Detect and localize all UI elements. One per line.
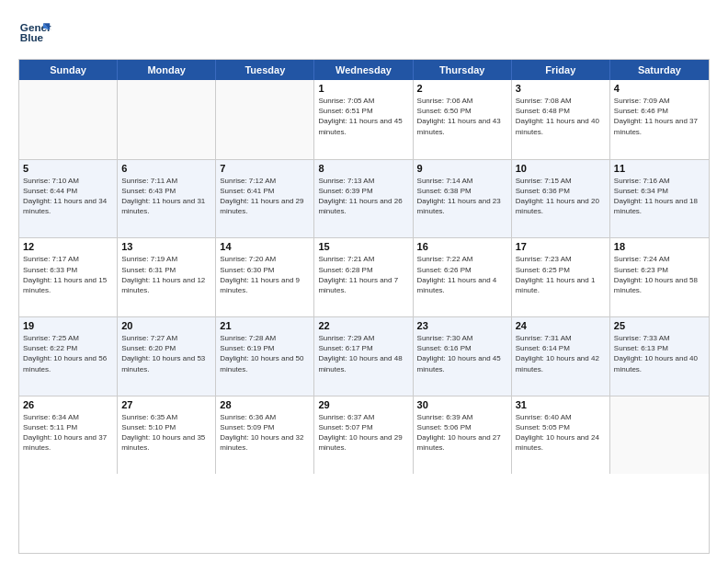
calendar-cell: 20Sunrise: 7:27 AMSunset: 6:20 PMDayligh… [118,317,216,396]
svg-text:Blue: Blue [20,31,44,43]
day-header-thursday: Thursday [414,60,512,80]
day-info: Sunrise: 7:22 AMSunset: 6:26 PMDaylight:… [417,254,507,295]
day-info: Sunrise: 7:20 AMSunset: 6:30 PMDaylight:… [220,254,310,295]
calendar-cell: 7Sunrise: 7:12 AMSunset: 6:41 PMDaylight… [216,160,314,238]
calendar-cell: 4Sunrise: 7:09 AMSunset: 6:46 PMDaylight… [610,80,709,159]
day-info: Sunrise: 7:28 AMSunset: 6:19 PMDaylight:… [220,333,310,374]
day-number: 21 [220,320,310,331]
day-number: 7 [220,163,310,174]
day-info: Sunrise: 7:23 AMSunset: 6:25 PMDaylight:… [516,254,606,295]
day-number: 20 [121,320,211,331]
calendar-row-0: 1Sunrise: 7:05 AMSunset: 6:51 PMDaylight… [19,80,709,159]
calendar-cell: 14Sunrise: 7:20 AMSunset: 6:30 PMDayligh… [216,238,314,316]
day-number: 12 [23,241,113,252]
day-header-saturday: Saturday [610,60,709,80]
day-info: Sunrise: 6:35 AMSunset: 5:10 PMDaylight:… [121,412,211,454]
day-info: Sunrise: 7:21 AMSunset: 6:28 PMDaylight:… [318,254,408,295]
calendar-row-2: 12Sunrise: 7:17 AMSunset: 6:33 PMDayligh… [19,237,709,316]
day-info: Sunrise: 7:16 AMSunset: 6:34 PMDaylight:… [614,176,705,217]
calendar-row-3: 19Sunrise: 7:25 AMSunset: 6:22 PMDayligh… [19,316,709,396]
day-info: Sunrise: 6:39 AMSunset: 5:06 PMDaylight:… [417,412,507,454]
calendar-cell: 30Sunrise: 6:39 AMSunset: 5:06 PMDayligh… [414,396,512,475]
day-number: 30 [417,399,507,410]
header: General Blue [18,17,710,50]
day-number: 28 [220,399,310,410]
calendar-cell: 9Sunrise: 7:14 AMSunset: 6:38 PMDaylight… [414,160,512,238]
calendar-cell: 28Sunrise: 6:36 AMSunset: 5:09 PMDayligh… [216,396,314,475]
day-info: Sunrise: 7:17 AMSunset: 6:33 PMDaylight:… [23,254,113,295]
calendar: SundayMondayTuesdayWednesdayThursdayFrid… [18,59,710,554]
calendar-cell: 2Sunrise: 7:06 AMSunset: 6:50 PMDaylight… [414,80,512,159]
calendar-body: 1Sunrise: 7:05 AMSunset: 6:51 PMDaylight… [19,80,709,553]
day-info: Sunrise: 7:27 AMSunset: 6:20 PMDaylight:… [121,333,211,374]
day-header-sunday: Sunday [19,60,118,80]
calendar-cell: 19Sunrise: 7:25 AMSunset: 6:22 PMDayligh… [19,317,118,396]
calendar-cell: 31Sunrise: 6:40 AMSunset: 5:05 PMDayligh… [512,396,610,475]
day-number: 1 [318,83,408,94]
day-info: Sunrise: 7:33 AMSunset: 6:13 PMDaylight:… [614,333,705,374]
day-header-wednesday: Wednesday [314,60,413,80]
day-number: 27 [121,399,211,410]
day-number: 10 [516,163,606,174]
logo-icon: General Blue [18,17,51,50]
day-number: 15 [318,241,408,252]
day-info: Sunrise: 7:14 AMSunset: 6:38 PMDaylight:… [417,176,507,217]
day-info: Sunrise: 7:11 AMSunset: 6:43 PMDaylight:… [121,176,211,217]
day-info: Sunrise: 7:13 AMSunset: 6:39 PMDaylight:… [318,176,408,217]
day-number: 6 [121,163,211,174]
calendar-cell: 5Sunrise: 7:10 AMSunset: 6:44 PMDaylight… [19,160,118,238]
day-info: Sunrise: 7:25 AMSunset: 6:22 PMDaylight:… [23,333,113,374]
calendar-row-4: 26Sunrise: 6:34 AMSunset: 5:11 PMDayligh… [19,396,709,475]
calendar-cell: 11Sunrise: 7:16 AMSunset: 6:34 PMDayligh… [610,160,709,238]
day-number: 25 [614,320,705,331]
day-info: Sunrise: 7:19 AMSunset: 6:31 PMDaylight:… [121,254,211,295]
day-info: Sunrise: 7:12 AMSunset: 6:41 PMDaylight:… [220,176,310,217]
day-info: Sunrise: 7:08 AMSunset: 6:48 PMDaylight:… [516,96,606,137]
day-number: 31 [516,399,606,410]
day-info: Sunrise: 7:30 AMSunset: 6:16 PMDaylight:… [417,333,507,374]
calendar-cell: 10Sunrise: 7:15 AMSunset: 6:36 PMDayligh… [512,160,610,238]
day-number: 11 [614,163,705,174]
calendar-row-1: 5Sunrise: 7:10 AMSunset: 6:44 PMDaylight… [19,159,709,238]
day-number: 8 [318,163,408,174]
day-header-tuesday: Tuesday [216,60,314,80]
day-info: Sunrise: 6:40 AMSunset: 5:05 PMDaylight:… [516,412,606,454]
day-number: 26 [23,399,113,410]
calendar-cell: 21Sunrise: 7:28 AMSunset: 6:19 PMDayligh… [216,317,314,396]
calendar-cell: 18Sunrise: 7:24 AMSunset: 6:23 PMDayligh… [610,238,709,316]
day-info: Sunrise: 7:15 AMSunset: 6:36 PMDaylight:… [516,176,606,217]
calendar-cell: 17Sunrise: 7:23 AMSunset: 6:25 PMDayligh… [512,238,610,316]
calendar-cell: 13Sunrise: 7:19 AMSunset: 6:31 PMDayligh… [118,238,216,316]
calendar-cell: 25Sunrise: 7:33 AMSunset: 6:13 PMDayligh… [610,317,709,396]
day-info: Sunrise: 7:31 AMSunset: 6:14 PMDaylight:… [516,333,606,374]
day-number: 14 [220,241,310,252]
day-info: Sunrise: 7:29 AMSunset: 6:17 PMDaylight:… [318,333,408,374]
day-number: 4 [614,83,705,94]
day-number: 22 [318,320,408,331]
calendar-cell: 12Sunrise: 7:17 AMSunset: 6:33 PMDayligh… [19,238,118,316]
day-number: 16 [417,241,507,252]
page: General Blue SundayMondayTuesdayWednesda… [0,0,728,563]
calendar-cell: 3Sunrise: 7:08 AMSunset: 6:48 PMDaylight… [512,80,610,159]
calendar-cell: 6Sunrise: 7:11 AMSunset: 6:43 PMDaylight… [118,160,216,238]
calendar-cell: 26Sunrise: 6:34 AMSunset: 5:11 PMDayligh… [19,396,118,475]
calendar-cell: 29Sunrise: 6:37 AMSunset: 5:07 PMDayligh… [314,396,413,475]
day-info: Sunrise: 6:34 AMSunset: 5:11 PMDaylight:… [23,412,113,454]
day-info: Sunrise: 7:24 AMSunset: 6:23 PMDaylight:… [614,254,705,295]
calendar-cell: 15Sunrise: 7:21 AMSunset: 6:28 PMDayligh… [314,238,413,316]
day-number: 19 [23,320,113,331]
day-info: Sunrise: 7:05 AMSunset: 6:51 PMDaylight:… [318,96,408,137]
day-number: 13 [121,241,211,252]
calendar-header: SundayMondayTuesdayWednesdayThursdayFrid… [19,60,709,80]
calendar-cell: 23Sunrise: 7:30 AMSunset: 6:16 PMDayligh… [414,317,512,396]
day-number: 5 [23,163,113,174]
calendar-cell [216,80,314,159]
day-number: 3 [516,83,606,94]
day-header-friday: Friday [512,60,610,80]
calendar-cell [19,80,118,159]
calendar-cell: 8Sunrise: 7:13 AMSunset: 6:39 PMDaylight… [314,160,413,238]
day-number: 17 [516,241,606,252]
calendar-cell: 16Sunrise: 7:22 AMSunset: 6:26 PMDayligh… [414,238,512,316]
day-number: 18 [614,241,705,252]
calendar-cell [118,80,216,159]
